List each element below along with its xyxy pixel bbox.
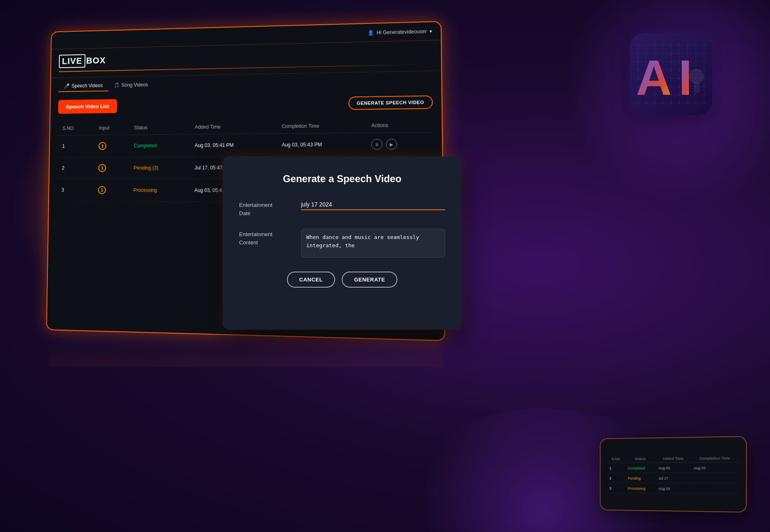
phone-mini-table: S.NO Status Added Time Completion Time 1… <box>606 454 739 495</box>
content-header: Speech Video List GENERATE SPEECH VIDEO <box>58 94 433 114</box>
status-badge: Pending (3) <box>134 165 158 171</box>
entertainment-content-textarea[interactable]: When dance and music are seamlessly inte… <box>301 229 445 258</box>
phone-table-row: 3 Processing Aug 03 <box>607 484 739 494</box>
ai-icon-box: A I <box>630 33 712 115</box>
info-icon[interactable]: ℹ <box>99 164 106 172</box>
phone-cell-time: Jul 17 <box>656 474 690 483</box>
generate-speech-video-button[interactable]: GENERATE SPEECH VIDEO <box>348 95 433 110</box>
generate-speech-video-modal: Generate a Speech Video EntertainmentDat… <box>223 157 462 330</box>
user-avatar-icon: 👤 <box>368 30 374 35</box>
cell-input: ℹ <box>93 179 129 202</box>
col-added-time: Added Time <box>190 120 277 134</box>
speech-video-list-button[interactable]: Speech Video List <box>58 99 117 114</box>
cell-sno: 3 <box>57 179 94 202</box>
user-info[interactable]: 👤 Hi Generatevideouser ▾ <box>368 28 432 35</box>
table-row: 1 ℹ Completed Aug 03, 05:41 PM Aug 03, 0… <box>57 132 433 157</box>
phone-cell-sno: 1 <box>607 464 625 473</box>
tab-song-videos[interactable]: 🎵 Song Videos <box>108 80 154 91</box>
col-input: Input <box>94 121 129 135</box>
cell-added-time: Aug 03, 05:41 PM <box>190 134 277 157</box>
cell-sno: 1 <box>57 135 94 157</box>
phone-cell-status: Completed <box>625 464 655 473</box>
dropdown-arrow-icon: ▾ <box>430 28 432 34</box>
cancel-button[interactable]: CANCEL <box>287 272 335 288</box>
col-sno: S.NO <box>58 121 94 135</box>
status-badge: Completed <box>134 143 157 149</box>
phone-cell-status: Pending <box>625 474 655 483</box>
status-badge: Processing <box>134 187 157 193</box>
col-status: Status <box>129 120 190 135</box>
phone-cell-time: Aug 03 <box>656 484 690 494</box>
phone-col-status: Status <box>625 455 655 463</box>
col-actions: Actions <box>366 118 433 133</box>
user-greeting-text: Hi Generatevideouser <box>377 28 427 35</box>
generate-button[interactable]: GENERATE <box>342 272 397 288</box>
tab-speech-videos[interactable]: 🎤 Speech Videos <box>59 80 108 92</box>
info-icon[interactable]: ℹ <box>99 142 106 150</box>
pause-action-icon[interactable]: ⏸ <box>371 139 383 150</box>
phone-col-time: Added Time <box>656 455 690 463</box>
cell-status: Processing <box>129 179 190 202</box>
entertainment-date-input[interactable] <box>301 199 445 210</box>
phone-cell-completion <box>691 474 739 484</box>
song-videos-icon: 🎵 <box>113 82 119 88</box>
cell-status: Pending (3) <box>129 157 190 179</box>
cell-sno: 2 <box>57 157 94 179</box>
info-icon[interactable]: ℹ <box>98 186 106 195</box>
cell-completion-time: Aug 03, 05:43 PM <box>277 133 366 156</box>
col-completion-time: Completion Time <box>277 118 366 134</box>
modal-title: Generate a Speech Video <box>239 173 445 185</box>
phone-col-sno: S.NO <box>607 455 625 463</box>
ai-logo-svg: A I <box>634 41 708 107</box>
cell-status: Completed <box>129 134 190 157</box>
svg-point-6 <box>689 69 704 84</box>
monitor-reflection <box>48 342 443 367</box>
entertainment-content-field: EntertainmentContent When dance and musi… <box>239 229 445 259</box>
entertainment-date-field: EntertainmentDate <box>239 199 445 217</box>
svg-rect-7 <box>694 82 700 93</box>
cell-input: ℹ <box>94 157 129 179</box>
svg-text:A: A <box>636 50 672 105</box>
song-videos-label: Song Videos <box>121 82 148 88</box>
phone-cell-time: Aug 03 <box>656 464 690 473</box>
entertainment-date-label: EntertainmentDate <box>239 199 293 217</box>
entertainment-content-label: EntertainmentContent <box>239 229 293 246</box>
phone-cell-completion: Aug 03 <box>691 463 739 473</box>
speech-videos-icon: 🎤 <box>64 83 70 89</box>
phone-table-row: 2 Pending Jul 17 <box>607 474 739 484</box>
modal-buttons: CANCEL GENERATE <box>239 272 445 288</box>
cell-input: ℹ <box>94 135 129 157</box>
phone-table-row: 1 Completed Aug 03 Aug 03 <box>607 463 739 473</box>
phone-cell-status: Processing <box>625 484 655 494</box>
phone-col-completion: Completion Time <box>691 455 739 463</box>
phone-cell-completion <box>691 484 739 494</box>
secondary-device: S.NO Status Added Time Completion Time 1… <box>600 436 747 513</box>
speech-videos-label: Speech Videos <box>72 83 103 89</box>
phone-cell-sno: 3 <box>607 484 625 493</box>
phone-cell-sno: 2 <box>607 474 625 483</box>
play-action-icon[interactable]: ▶ <box>386 139 397 150</box>
logo-box: LIVE <box>59 54 86 68</box>
cell-actions: ⏸ ▶ <box>366 132 433 156</box>
